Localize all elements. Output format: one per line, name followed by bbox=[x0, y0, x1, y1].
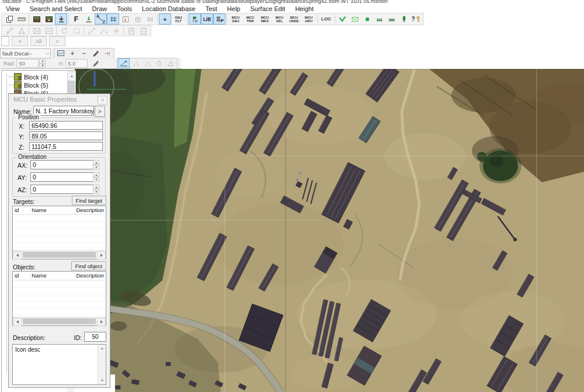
grid-filter-icon[interactable] bbox=[107, 13, 119, 25]
scroll-up-icon[interactable] bbox=[67, 71, 76, 81]
find-target-button[interactable]: Find target bbox=[72, 196, 106, 205]
menu-height[interactable]: Height bbox=[295, 5, 314, 12]
marquee-select-icon[interactable] bbox=[70, 25, 82, 36]
draw-spline-icon[interactable] bbox=[3, 25, 15, 36]
prev-button[interactable]: < bbox=[12, 36, 28, 46]
brush-erase-icon[interactable] bbox=[130, 58, 141, 68]
eyedropper-icon[interactable] bbox=[90, 48, 102, 58]
targets-table[interactable]: id Name Description bbox=[12, 206, 106, 259]
targets-hscroll[interactable] bbox=[13, 251, 106, 259]
snap-down-icon[interactable] bbox=[82, 13, 95, 25]
image-icon[interactable] bbox=[30, 25, 43, 36]
tree-item-block-5[interactable]: Block (5) bbox=[9, 81, 48, 89]
page-nav-box[interactable] bbox=[1, 36, 9, 46]
menu-location-database[interactable]: Location Database bbox=[142, 5, 196, 12]
apply-exit-icon[interactable] bbox=[102, 48, 113, 58]
copy-icon[interactable] bbox=[3, 13, 15, 25]
menu-test[interactable]: Test bbox=[206, 5, 217, 12]
menu-draw[interactable]: Draw bbox=[92, 5, 107, 12]
az-input[interactable]: 0 bbox=[30, 185, 95, 194]
panel-title: MCU Basic Properties bbox=[13, 96, 77, 103]
path-node-icon[interactable] bbox=[110, 25, 122, 36]
radius-stepper[interactable] bbox=[39, 59, 46, 68]
decal-image-button[interactable] bbox=[55, 48, 67, 58]
menu-tools[interactable]: Tools bbox=[117, 5, 132, 12]
flag-list-icon[interactable] bbox=[189, 13, 201, 25]
objects-table[interactable]: id Name Description bbox=[12, 271, 106, 326]
ay-label: AY: bbox=[18, 174, 27, 181]
id-input[interactable]: 50 bbox=[84, 332, 106, 342]
ruler-icon[interactable] bbox=[15, 13, 27, 25]
ax-stepper[interactable] bbox=[93, 160, 99, 169]
library-button[interactable]: LiB bbox=[201, 13, 213, 25]
sort-az-icon[interactable]: AZ bbox=[95, 13, 107, 25]
filter-mcu-trr-button[interactable]: MCUTRR bbox=[243, 13, 258, 25]
terrain-icon[interactable] bbox=[30, 13, 43, 25]
name-input[interactable]: N. 1 Factory Morskoy bbox=[33, 106, 94, 116]
font-icon[interactable]: F bbox=[70, 13, 82, 25]
filter-mcu-aru-button[interactable]: MCUARU bbox=[301, 13, 316, 25]
path-line-icon[interactable] bbox=[85, 25, 98, 36]
check-icon[interactable] bbox=[336, 13, 349, 25]
objects-hscroll[interactable] bbox=[13, 317, 106, 325]
menu-view[interactable]: View bbox=[6, 5, 20, 12]
loc-button[interactable]: LOC bbox=[319, 13, 333, 25]
railway-alt-icon[interactable] bbox=[385, 13, 398, 25]
ax-input[interactable]: 0 bbox=[30, 160, 95, 169]
description-textarea[interactable]: Icon desc bbox=[12, 344, 106, 385]
drop-to-ground-icon[interactable] bbox=[55, 13, 67, 25]
tree-item-block-4[interactable]: Block (4) bbox=[9, 73, 48, 81]
menu-search-and-select[interactable]: Search and Select bbox=[30, 5, 82, 12]
terrain-water-icon[interactable] bbox=[43, 13, 55, 25]
height-input[interactable]: 5.0 bbox=[65, 59, 88, 68]
all-button[interactable]: All bbox=[30, 36, 47, 46]
decal-remove-button[interactable]: − bbox=[78, 48, 90, 58]
node-network-icon[interactable] bbox=[15, 25, 27, 36]
rotate-icon[interactable] bbox=[58, 25, 70, 36]
paste-icon[interactable] bbox=[125, 25, 137, 36]
description-scrollbar[interactable] bbox=[98, 345, 106, 384]
filter-obj-flt-button[interactable]: OBJFLT bbox=[171, 13, 186, 25]
filter-mcu-obj-button[interactable]: MCUOBJ bbox=[228, 13, 243, 25]
pos-z-input[interactable]: 111047.5 bbox=[29, 142, 103, 151]
paste-special-icon[interactable] bbox=[137, 25, 150, 36]
tree-icon[interactable] bbox=[398, 13, 410, 25]
info-icon[interactable]: i bbox=[119, 13, 131, 25]
chevron-down-icon bbox=[45, 51, 50, 56]
help-key-icon[interactable]: ? bbox=[410, 13, 422, 25]
ay-input[interactable]: 0 bbox=[30, 172, 95, 182]
pos-x-input[interactable]: 65490.96 bbox=[29, 121, 103, 130]
message-icon[interactable] bbox=[349, 13, 361, 25]
triangle-icon[interactable] bbox=[165, 58, 176, 68]
az-stepper[interactable] bbox=[93, 185, 99, 194]
cube-icon[interactable] bbox=[131, 13, 144, 25]
height-eyedropper-icon[interactable] bbox=[90, 58, 102, 68]
slope-tool-icon[interactable] bbox=[118, 58, 130, 68]
decal-add-button[interactable]: + bbox=[67, 48, 78, 58]
path-curve-icon[interactable] bbox=[98, 25, 110, 36]
image-frame-icon[interactable] bbox=[43, 25, 55, 36]
add-node-icon[interactable]: + bbox=[159, 13, 171, 25]
filter-mcu-unse-button[interactable]: MCUUNSE bbox=[287, 13, 301, 25]
fence-icon[interactable] bbox=[144, 13, 156, 25]
menu-help[interactable]: Help bbox=[227, 5, 241, 12]
map-canvas[interactable] bbox=[75, 69, 584, 392]
scroll-thumb[interactable] bbox=[67, 81, 75, 93]
filter-mcu-mes-button[interactable]: MCUMES bbox=[258, 13, 272, 25]
decal-select[interactable]: fault Decal-- bbox=[0, 48, 51, 58]
filter-mcu-sel-button[interactable]: MCUSEL bbox=[272, 13, 287, 25]
waypoint-dot-icon[interactable] bbox=[361, 13, 373, 25]
brush-toolbar: Rad 50 H 5.0 bbox=[0, 58, 181, 69]
name-expand-button[interactable]: > bbox=[95, 106, 105, 117]
list-properties-icon[interactable]: P bbox=[213, 13, 225, 25]
close-icon[interactable]: ✕ bbox=[98, 96, 107, 105]
find-object-button[interactable]: Find object bbox=[71, 261, 106, 270]
menu-surface-edit[interactable]: Surface Edit bbox=[250, 5, 285, 12]
railway-icon[interactable] bbox=[373, 13, 385, 25]
pos-y-input[interactable]: 89.05 bbox=[29, 131, 103, 140]
droplet-icon[interactable] bbox=[153, 58, 165, 68]
radius-input[interactable]: 50 bbox=[16, 59, 39, 68]
ay-stepper[interactable] bbox=[93, 172, 99, 182]
next-button[interactable]: > bbox=[49, 36, 65, 46]
brush-erase-alt-icon[interactable] bbox=[141, 58, 153, 68]
